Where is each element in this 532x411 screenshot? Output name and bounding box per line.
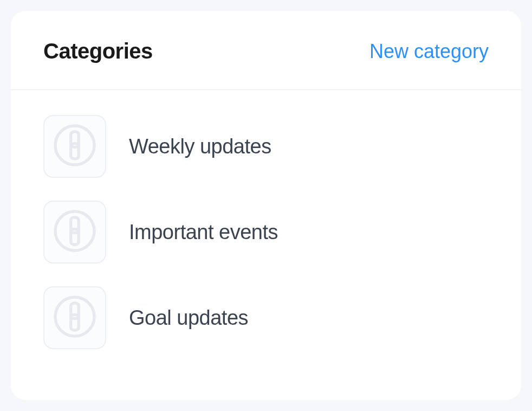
category-item-goal-updates[interactable]: Goal updates (43, 286, 489, 349)
panel-title: Categories (43, 39, 153, 63)
category-label: Weekly updates (129, 135, 271, 158)
categories-list: Weekly updates Important events (11, 90, 521, 371)
category-item-weekly-updates[interactable]: Weekly updates (43, 115, 489, 178)
panel-header: Categories New category (11, 11, 521, 90)
category-label: Goal updates (129, 306, 248, 330)
categories-panel: Categories New category Weekly updates (11, 11, 521, 400)
category-icon-tile (43, 115, 106, 178)
new-category-link[interactable]: New category (369, 40, 489, 63)
chain-circle-icon (50, 121, 99, 172)
category-label: Important events (129, 221, 278, 244)
category-icon-tile (43, 286, 106, 349)
category-item-important-events[interactable]: Important events (43, 201, 489, 264)
chain-circle-icon (50, 207, 99, 258)
chain-circle-icon (50, 292, 99, 343)
category-icon-tile (43, 201, 106, 264)
